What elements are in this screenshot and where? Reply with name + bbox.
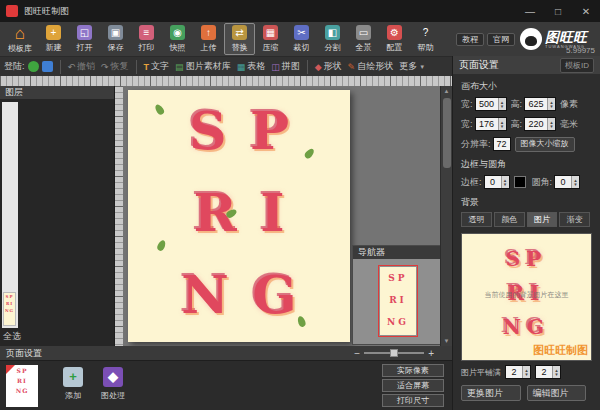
select-all-button[interactable]: 全选	[3, 330, 21, 343]
fit-screen-button[interactable]: 适合屏幕	[382, 379, 444, 392]
border-width-input[interactable]: 0▴▾	[484, 175, 510, 189]
image-process-button[interactable]: ◆ 图处理	[96, 367, 130, 401]
shape-tool-button[interactable]: ◆形状	[315, 60, 342, 73]
puzzle-tool-button[interactable]: ◫拼图	[271, 60, 300, 73]
scroll-down-icon[interactable]: ▼	[441, 336, 452, 346]
layers-panel: 图层 SP RI NG 全选	[0, 86, 115, 346]
layers-list[interactable]: SP RI NG	[2, 102, 18, 328]
split-button[interactable]: ◧分割	[317, 23, 348, 55]
width-mm-input[interactable]: 176▴▾	[475, 117, 507, 131]
zoom-in-icon[interactable]: +	[428, 348, 434, 359]
layer-thumbnail[interactable]: SP RI NG	[3, 292, 16, 326]
window-controls: — □ ✕	[516, 0, 600, 22]
split-icon: ◧	[325, 25, 340, 40]
tutorial-link[interactable]: 教程	[456, 33, 484, 46]
open-button[interactable]: ◱打开	[69, 23, 100, 55]
upload-icon: ↑	[201, 25, 216, 40]
watermark-text: 图旺旺制图	[533, 343, 588, 358]
zoom-out-icon[interactable]: −	[354, 348, 360, 359]
spinner-icon[interactable]: ▴▾	[552, 366, 560, 378]
bottom-bar: 页面设置 − +	[0, 346, 452, 360]
background-actions: 更换图片 编辑图片	[453, 383, 600, 403]
panel-title: 页面设置	[459, 58, 499, 72]
close-button[interactable]: ✕	[572, 0, 600, 22]
brand-area: 教程 官网 图旺旺 TUWANGWANG 5.99975	[452, 22, 600, 56]
save-button[interactable]: ▣保存	[100, 23, 131, 55]
compress-button[interactable]: ▦压缩	[255, 23, 286, 55]
corner-radius-input[interactable]: 0▴▾	[554, 175, 580, 189]
print-button[interactable]: ≡打印	[131, 23, 162, 55]
website-link[interactable]: 官网	[487, 33, 515, 46]
navigator-header[interactable]: 导航器	[353, 246, 443, 259]
image-resize-button[interactable]: 图像大小缩放	[515, 137, 575, 152]
undo-button[interactable]: ↶撤销	[68, 60, 96, 73]
tab-transparent[interactable]: 透明	[461, 212, 492, 227]
scroll-up-icon[interactable]: ▲	[441, 86, 452, 96]
scrollbar-thumb[interactable]	[443, 98, 451, 168]
replace-button[interactable]: ⇄替换	[224, 23, 255, 55]
text-tool-button[interactable]: T文字	[144, 60, 170, 73]
save-icon: ▣	[108, 25, 123, 40]
canvas[interactable]: SP RI NG	[128, 90, 350, 342]
background-preview[interactable]: SP RI NG 当前使用的背景图片在这里 图旺旺制图	[461, 233, 592, 361]
print-size-button[interactable]: 打印尺寸	[382, 394, 444, 407]
spinner-icon[interactable]: ▴▾	[498, 98, 506, 110]
spinner-icon[interactable]: ▴▾	[547, 98, 555, 110]
template-library-button[interactable]: ⌂ 模板库	[2, 23, 38, 55]
qq-login-icon[interactable]	[42, 61, 53, 72]
zoom-slider-handle[interactable]	[390, 349, 398, 357]
tile-x-input[interactable]: 2▴▾	[505, 365, 531, 379]
page-settings-panel: 页面设置 模板ID 画布大小 宽: 500▴▾ 高: 625▴▾ 像素 宽: 1…	[452, 56, 600, 410]
template-id-button[interactable]: 模板ID	[560, 58, 594, 73]
spinner-icon[interactable]: ▴▾	[498, 118, 506, 130]
actual-pixels-button[interactable]: 实际像素	[382, 364, 444, 377]
border-color-swatch[interactable]	[514, 176, 526, 188]
image-library-button[interactable]: ▤图片素材库	[175, 60, 231, 73]
edit-image-button[interactable]: 编辑图片	[527, 385, 587, 401]
table-icon: ▦	[237, 62, 246, 72]
spinner-icon[interactable]: ▴▾	[522, 366, 530, 378]
more-menu-button[interactable]: 更多▼	[399, 60, 425, 73]
tab-color[interactable]: 颜色	[494, 212, 525, 227]
redo-button[interactable]: ↷恢复	[101, 60, 129, 73]
width-px-input[interactable]: 500▴▾	[475, 97, 507, 111]
brand-name: 图旺旺	[545, 30, 587, 44]
tab-image[interactable]: 图片	[527, 212, 558, 227]
maximize-button[interactable]: □	[544, 0, 572, 22]
page-settings-bar[interactable]: 页面设置	[0, 347, 42, 360]
add-page-button[interactable]: + 添加	[56, 367, 90, 401]
resolution-input[interactable]: 72	[493, 137, 511, 151]
page-thumbnail[interactable]: SP RI NG	[6, 365, 38, 407]
crop-button[interactable]: ✂裁切	[286, 23, 317, 55]
vertical-scrollbar[interactable]: ▲ ▼	[440, 86, 452, 346]
gear-icon: ⚙	[387, 25, 402, 40]
login-label: 登陆:	[4, 60, 25, 73]
mm-size-row: 宽: 176▴▾ 高: 220▴▾ 毫米	[453, 116, 600, 132]
height-mm-input[interactable]: 220▴▾	[524, 117, 556, 131]
replace-image-button[interactable]: 更换图片	[461, 385, 521, 401]
spinner-icon[interactable]: ▴▾	[571, 176, 579, 188]
upload-button[interactable]: ↑上传	[193, 23, 224, 55]
wechat-login-icon[interactable]	[28, 61, 39, 72]
table-tool-button[interactable]: ▦表格	[237, 60, 266, 73]
minimize-button[interactable]: —	[516, 0, 544, 22]
help-icon: ?	[418, 25, 433, 40]
navigator-thumbnail[interactable]: SP RI NG	[380, 267, 416, 335]
spinner-icon[interactable]: ▴▾	[501, 176, 509, 188]
panorama-button[interactable]: ▭全景	[348, 23, 379, 55]
snapshot-button[interactable]: ◉快照	[162, 23, 193, 55]
zoom-slider[interactable]	[364, 352, 424, 354]
navigator-panel: 导航器 SP RI NG	[352, 245, 444, 345]
help-button[interactable]: ?帮助	[410, 23, 441, 55]
height-px-input[interactable]: 625▴▾	[524, 97, 556, 111]
spinner-icon[interactable]: ▴▾	[547, 118, 555, 130]
new-button[interactable]: +新建	[38, 23, 69, 55]
scissors-icon: ✂	[294, 25, 309, 40]
mm-unit-label: 毫米	[560, 118, 578, 131]
tile-y-input[interactable]: 2▴▾	[535, 365, 561, 379]
draw-shape-button[interactable]: ✎自绘形状	[348, 60, 394, 73]
panorama-icon: ▭	[356, 25, 371, 40]
secondary-toolbar: 登陆: ↶撤销 ↷恢复 T文字 ▤图片素材库 ▦表格 ◫拼图 ◆形状 ✎自绘形状…	[0, 56, 452, 76]
tab-gradient[interactable]: 渐变	[559, 212, 590, 227]
settings-button[interactable]: ⚙配置	[379, 23, 410, 55]
